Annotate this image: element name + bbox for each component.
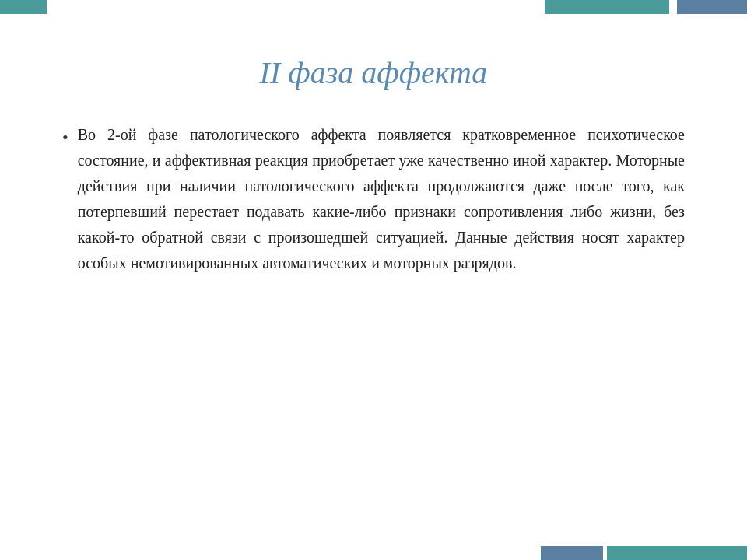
bullet-item: • Во 2-ой фазе патологического аффекта п… [62,122,685,276]
deco-bottom-right-1 [607,546,747,560]
deco-bottom-right-2 [541,546,603,560]
bullet-text: Во 2-ой фазе патологического аффекта поя… [78,122,685,276]
slide: II фаза аффекта • Во 2-ой фазе патологич… [0,0,747,560]
content-area: • Во 2-ой фазе патологического аффекта п… [62,122,685,513]
bullet-dot: • [62,124,68,151]
deco-top-right-1 [545,0,669,14]
deco-top-right-2 [677,0,747,14]
deco-top-left [0,0,47,14]
slide-title: II фаза аффекта [62,54,685,91]
